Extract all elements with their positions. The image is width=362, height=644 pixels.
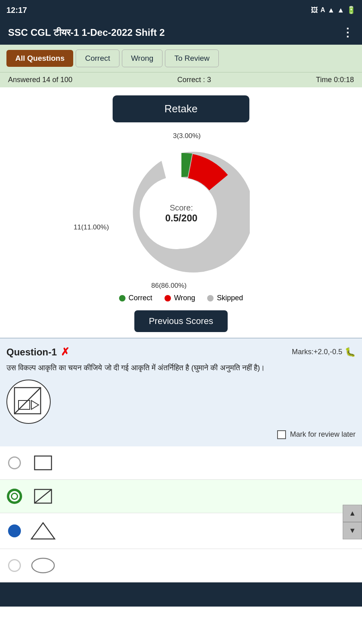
mark-review-label: Mark for review later [290, 430, 356, 439]
signal-icon: ▲ [337, 6, 344, 14]
option-row-3[interactable] [0, 513, 362, 549]
mark-review-row: Mark for review later [6, 430, 356, 439]
wrong-dot [165, 295, 171, 301]
option-radio-4[interactable] [8, 559, 21, 572]
a-status-icon: A [321, 6, 325, 14]
svg-point-0 [146, 178, 217, 249]
stats-bar: Answered 14 of 100 Correct : 3 Time 0:0:… [0, 72, 362, 87]
option-row-2[interactable] [0, 480, 362, 513]
option-row-4[interactable] [0, 549, 362, 582]
legend-skipped-label: Skipped [217, 294, 243, 302]
option-radio-1[interactable] [8, 456, 21, 469]
time-elapsed: Time 0:0:18 [316, 76, 354, 84]
svg-marker-5 [35, 456, 51, 470]
option-image-1 [29, 454, 57, 472]
app-bar: SSC CGL टीयर-1 1-Dec-2022 Shift 2 ⋮ [0, 20, 362, 45]
question-number: Question-1 ✗ [6, 346, 70, 358]
previous-scores-button[interactable]: Previous Scores [134, 310, 228, 332]
option-radio-2[interactable] [8, 490, 21, 503]
option-image-3 [29, 520, 57, 541]
bottom-bar [0, 582, 362, 607]
scroll-up-button[interactable]: ▲ [343, 505, 362, 522]
more-options-icon[interactable]: ⋮ [342, 26, 354, 39]
bug-icon[interactable]: 🐛 [345, 347, 356, 357]
main-content: Retake 3(3.00%) 11(11.00%) [0, 87, 362, 338]
legend-correct-label: Correct [129, 294, 152, 302]
correct-percent-label: 3(3.00%) [173, 132, 201, 140]
option-radio-3[interactable] [8, 524, 21, 537]
svg-line-7 [35, 489, 51, 503]
tab-correct[interactable]: Correct [76, 50, 119, 67]
legend-correct: Correct [119, 294, 152, 302]
marks-info: Marks:+2.0,-0.5 🐛 [292, 347, 356, 357]
tab-bar: All Questions Correct Wrong To Review [0, 45, 362, 72]
status-icons: 🖼 A ▲ ▲ 🔋 [311, 6, 356, 14]
status-time: 12:17 [6, 6, 27, 15]
options-section [0, 446, 362, 582]
tab-all-questions[interactable]: All Questions [6, 50, 73, 67]
mark-review-checkbox[interactable] [277, 430, 286, 439]
tab-to-review[interactable]: To Review [165, 50, 219, 67]
skipped-dot [207, 295, 214, 301]
answered-count: Answered 14 of 100 [8, 76, 72, 84]
option-image-2 [29, 487, 57, 506]
question-text: उस विकल्प आकृति का चयन कीजिये जो दी गई आ… [6, 362, 356, 374]
svg-marker-4 [31, 400, 39, 409]
status-bar: 12:17 🖼 A ▲ ▲ 🔋 [0, 0, 362, 20]
image-status-icon: 🖼 [311, 6, 318, 14]
chart-legend: Correct Wrong Skipped [119, 294, 243, 302]
scroll-down-button[interactable]: ▼ [343, 522, 362, 539]
question-figure [6, 380, 51, 424]
wrong-answer-icon: ✗ [61, 346, 70, 358]
question-header: Question-1 ✗ Marks:+2.0,-0.5 🐛 [6, 346, 356, 358]
battery-icon: 🔋 [347, 6, 356, 14]
app-title: SSC CGL टीयर-1 1-Dec-2022 Shift 2 [8, 27, 165, 38]
wifi-icon: ▲ [327, 6, 335, 14]
retake-button[interactable]: Retake [113, 95, 249, 122]
question-section: Question-1 ✗ Marks:+2.0,-0.5 🐛 उस विकल्प… [0, 338, 362, 446]
scroll-controls: ▲ ▼ [343, 505, 362, 539]
svg-point-9 [32, 558, 54, 573]
legend-wrong-label: Wrong [174, 294, 195, 302]
wrong-percent-label: 11(11.00%) [74, 223, 109, 231]
question-svg [10, 384, 47, 420]
correct-count: Correct : 3 [177, 76, 211, 84]
option-row-1[interactable] [0, 446, 362, 480]
donut-chart: Score: 0.5/200 [113, 145, 250, 282]
option-image-4 [29, 556, 57, 575]
tab-wrong[interactable]: Wrong [122, 50, 163, 67]
legend-skipped: Skipped [207, 294, 243, 302]
correct-dot [119, 295, 125, 301]
svg-marker-8 [31, 523, 55, 539]
legend-wrong: Wrong [165, 294, 195, 302]
